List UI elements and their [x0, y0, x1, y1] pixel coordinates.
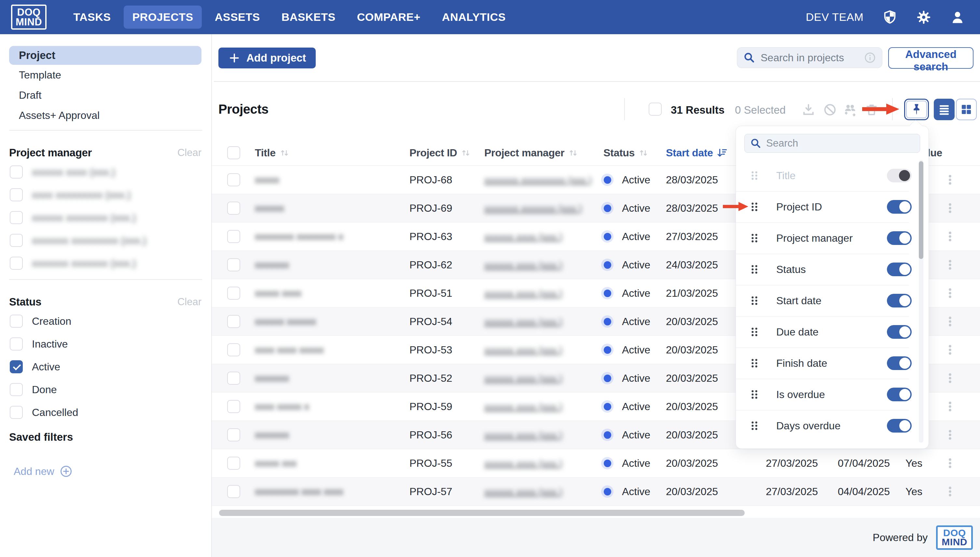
project-manager-link[interactable]: xxxxxx xxxx (xxx.) [484, 316, 562, 327]
sidebar-item-template[interactable]: Template [9, 65, 211, 85]
row-checkbox[interactable] [227, 457, 240, 470]
panel-scrollbar-thumb[interactable] [919, 161, 923, 259]
app-logo[interactable]: DOQ MIND [11, 5, 47, 29]
project-manager-option-xxxxxxx-xxxxxxxxx-xxx[interactable]: xxxxxxx xxxxxxxxx (xxx.) [0, 229, 211, 252]
drag-handle-icon[interactable] [749, 388, 760, 401]
topnav-item-compare[interactable]: COMPARE+ [349, 5, 429, 29]
topnav-item-analytics[interactable]: ANALYTICS [433, 5, 514, 29]
drag-handle-icon[interactable] [749, 169, 760, 182]
project-manager-link[interactable]: xxxxxx xxxx (xxx.) [484, 260, 562, 270]
column-header-project-id[interactable]: Project ID [409, 147, 471, 159]
row-actions-kebab-icon[interactable] [944, 258, 957, 272]
column-header-start-date[interactable]: Start date [666, 147, 728, 159]
project-manager-option-xxxxxx-xxxxxxxx-xxx[interactable]: xxxxxx xxxxxxxx (xxx.) [0, 206, 211, 229]
project-manager-link[interactable]: xxxxxx xxxx (xxx.) [484, 231, 562, 242]
header-checkbox[interactable] [227, 146, 240, 159]
row-actions-kebab-icon[interactable] [944, 371, 957, 385]
row-actions-kebab-icon[interactable] [944, 428, 957, 442]
row-actions-kebab-icon[interactable] [944, 286, 957, 300]
topnav-item-projects[interactable]: PROJECTS [124, 5, 201, 29]
status-option-active[interactable]: Active [0, 355, 211, 378]
filter-checkbox[interactable] [10, 315, 23, 328]
drag-handle-icon[interactable] [749, 263, 760, 275]
add-project-button[interactable]: Add project [218, 47, 316, 68]
sidebar-item-draft[interactable]: Draft [9, 85, 211, 105]
pin-columns-button[interactable] [904, 99, 929, 120]
column-header-project-manager[interactable]: Project manager [484, 147, 579, 159]
project-manager-link[interactable]: xxxxxx xxxx (xxx.) [484, 430, 562, 440]
project-manager-option-xxxxxxx-xxxxxxx-xxx[interactable]: xxxxxxx xxxxxxx (xxx.) [0, 252, 211, 275]
project-manager-option-xxxxxx-xxxx-xxx[interactable]: xxxxxx xxxx (xxx.) [0, 161, 211, 183]
topnav-item-baskets[interactable]: BASKETS [273, 5, 344, 29]
row-checkbox[interactable] [227, 230, 240, 243]
status-option-cancelled[interactable]: Cancelled [0, 401, 211, 424]
status-option-inactive[interactable]: Inactive [0, 332, 211, 355]
project-manager-clear-link[interactable]: Clear [177, 147, 201, 159]
row-checkbox[interactable] [227, 287, 240, 300]
filter-checkbox[interactable] [10, 234, 23, 247]
drag-handle-icon[interactable] [749, 295, 760, 307]
ban-icon[interactable] [823, 103, 837, 117]
drag-handle-icon[interactable] [749, 357, 760, 370]
column-header-title[interactable]: Title [255, 147, 290, 159]
filter-checkbox[interactable] [10, 211, 23, 224]
projects-search-input[interactable] [760, 52, 859, 64]
topnav-item-assets[interactable]: ASSETS [206, 5, 269, 29]
shield-icon[interactable] [883, 10, 897, 25]
row-actions-kebab-icon[interactable] [944, 399, 957, 414]
project-manager-link[interactable]: xxxxxxx xxxxxxx (xxx.) [484, 203, 582, 214]
filter-checkbox[interactable] [10, 257, 23, 270]
project-manager-link[interactable]: xxxxxx xxxx (xxx.) [484, 288, 562, 299]
column-visibility-toggle[interactable] [887, 419, 912, 433]
row-actions-kebab-icon[interactable] [944, 173, 957, 187]
info-icon[interactable] [864, 52, 876, 64]
column-visibility-toggle[interactable] [887, 325, 912, 339]
row-checkbox[interactable] [227, 202, 240, 215]
row-actions-kebab-icon[interactable] [944, 456, 957, 471]
column-visibility-toggle[interactable] [887, 200, 912, 214]
gear-icon[interactable] [916, 10, 931, 25]
assign-users-icon[interactable] [843, 103, 857, 117]
row-actions-kebab-icon[interactable] [944, 229, 957, 244]
column-visibility-toggle[interactable] [887, 169, 912, 182]
project-manager-link[interactable]: xxxxxx xxxx (xxx.) [484, 486, 562, 497]
filter-checkbox[interactable] [10, 406, 23, 419]
filter-checkbox[interactable] [10, 188, 23, 201]
list-view-button[interactable] [934, 99, 955, 120]
row-checkbox[interactable] [227, 485, 240, 498]
row-checkbox[interactable] [227, 372, 240, 385]
filter-checkbox[interactable] [10, 337, 23, 350]
sidebar-item-project[interactable]: Project [9, 46, 201, 65]
project-manager-link[interactable]: xxxxxx xxxx (xxx.) [484, 373, 562, 384]
drag-handle-icon[interactable] [749, 420, 760, 432]
project-manager-option-xxxx-xxxxxxxxx-xxx[interactable]: xxxx xxxxxxxxx (xxx.) [0, 183, 211, 206]
filter-checkbox[interactable] [10, 383, 23, 396]
project-manager-link[interactable]: xxxxxxx xxxxxxxxx (xxx.) [484, 174, 592, 185]
filter-checkbox[interactable] [10, 360, 23, 373]
add-new-filter-button[interactable]: Add new [14, 465, 211, 478]
project-manager-link[interactable]: xxxxxx xxxx (xxx.) [484, 401, 562, 412]
status-clear-link[interactable]: Clear [177, 296, 201, 308]
table-row[interactable]: xxxxxxxxx xxxx xxxx PROJ-57 xxxxxx xxxx … [212, 477, 980, 506]
grid-view-button[interactable] [956, 99, 977, 120]
select-all-checkbox[interactable] [649, 103, 662, 116]
drag-handle-icon[interactable] [749, 232, 760, 244]
row-checkbox[interactable] [227, 315, 240, 328]
row-checkbox[interactable] [227, 428, 240, 441]
topnav-item-tasks[interactable]: TASKS [65, 5, 119, 29]
status-option-done[interactable]: Done [0, 378, 211, 401]
row-checkbox[interactable] [227, 343, 240, 356]
sidebar-item-assets-approval[interactable]: Assets+ Approval [9, 105, 211, 125]
column-header-status[interactable]: Status [604, 147, 649, 159]
table-row[interactable]: xxxxx xxx PROJ-55 xxxxxx xxxx (xxx.) Act… [212, 449, 980, 477]
panel-search-input[interactable] [766, 137, 915, 150]
row-actions-kebab-icon[interactable] [944, 201, 957, 215]
row-actions-kebab-icon[interactable] [944, 484, 957, 499]
user-icon[interactable] [950, 10, 965, 25]
project-manager-link[interactable]: xxxxxx xxxx (xxx.) [484, 345, 562, 355]
project-manager-link[interactable]: xxxxxx xxxx (xxx.) [484, 458, 562, 469]
team-selector[interactable]: DEV TEAM [806, 11, 863, 23]
horizontal-scrollbar-thumb[interactable] [219, 510, 745, 516]
row-actions-kebab-icon[interactable] [944, 343, 957, 357]
column-visibility-toggle[interactable] [887, 262, 912, 276]
